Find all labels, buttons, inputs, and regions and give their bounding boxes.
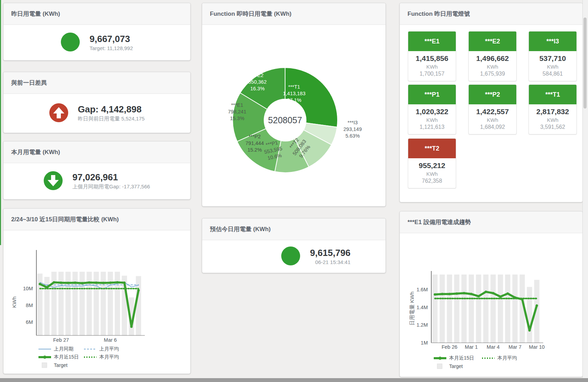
series-point	[470, 293, 473, 295]
panel-header: 預估今日用電量 (KWh)	[202, 218, 385, 240]
panel-title: 2/24~3/10 近15日同期用電量比較 (KWh)	[11, 215, 119, 223]
page-edge-strip	[0, 0, 1, 245]
series-point	[528, 329, 531, 332]
target-bar	[527, 287, 532, 343]
tile-status-header: ***I3	[529, 32, 576, 51]
light-tiles: ***E11,415,856KWh1,700,157***E21,496,662…	[400, 25, 582, 202]
panel-title: 本月用電量 (KWh)	[11, 148, 60, 156]
tile-target: 584,861	[529, 71, 576, 77]
tile-unit: KWh	[408, 64, 456, 70]
panel-day-gap: 與前一日差異 Gap: 4,142,898 昨日與前日用電量 5,524,175	[3, 72, 191, 133]
window-bottom-bar	[0, 378, 588, 382]
series-point	[109, 282, 112, 284]
x-tick-label: Mar 7	[509, 344, 522, 350]
legend-item-Target: Target	[38, 362, 68, 368]
target-bar	[108, 272, 113, 335]
series-point	[521, 298, 524, 300]
series-point	[477, 295, 480, 298]
y-tick-label: 1M	[421, 340, 428, 346]
series-point	[53, 281, 55, 284]
panel-header: Function 昨日用電燈號	[400, 3, 582, 25]
vertical-scrollbar[interactable]	[582, 0, 588, 378]
panel-header: 2/24~3/10 近15日同期用電量比較 (KWh)	[3, 209, 190, 230]
target-bar	[87, 272, 92, 335]
tile-value: 1,020,322	[408, 107, 456, 116]
series-point	[102, 282, 105, 284]
legend-item-本月近15日: 本月近15日	[38, 354, 79, 360]
stat-subtitle: Target: 11,128,992	[90, 45, 133, 51]
stat-value: Gap: 4,142,898	[78, 104, 145, 115]
target-bar	[454, 275, 459, 343]
tile-value: 1,422,557	[469, 107, 516, 116]
tile-body: 537,710KWh584,861	[529, 51, 576, 81]
tile-unit: KWh	[469, 64, 516, 70]
target-bar	[476, 275, 481, 343]
panel-title: 昨日用電量 (KWh)	[11, 10, 60, 18]
tile-target: 1,121,613	[408, 124, 456, 130]
y-tick-label: 10M	[23, 286, 33, 291]
target-bar	[440, 275, 445, 343]
series-point	[485, 291, 487, 293]
panel-title: Function 昨日用電燈號	[408, 10, 470, 18]
panel-compare-chart: 2/24~3/10 近15日同期用電量比較 (KWh) 6M8M10MFeb 2…	[3, 208, 191, 374]
target-bar	[447, 275, 452, 343]
panel-header: 本月用電量 (KWh)	[3, 141, 190, 163]
light-tile-E2: ***E21,496,662KWh1,675,939	[468, 31, 517, 81]
series-point	[137, 289, 140, 292]
tile-body: 2,817,832KWh3,591,562	[529, 104, 576, 134]
light-tile-T1: ***T12,817,832KWh3,591,562	[529, 84, 577, 134]
panel-header: 昨日用電量 (KWh)	[3, 3, 190, 25]
y-axis-label: KWh	[11, 297, 17, 308]
stat-value: 97,026,961	[72, 172, 150, 183]
legend-item-Target: Target	[433, 363, 463, 369]
target-bar	[65, 272, 71, 335]
x-tick-label: Mar 1	[465, 344, 478, 350]
tile-body: 955,212KWh762,358	[408, 158, 456, 188]
series-point	[60, 282, 62, 284]
series-point	[46, 286, 48, 289]
target-bar	[483, 275, 489, 343]
stat-timestamp: 06-21 15:34:41	[310, 259, 350, 265]
series-point	[455, 292, 458, 295]
light-tile-P2: ***P21,422,557KWh1,684,092	[468, 84, 517, 134]
stat-value: 9,667,073	[90, 34, 133, 44]
y-tick-label: 6M	[26, 319, 33, 325]
y-tick-label: 1.4M	[417, 305, 428, 310]
series-point	[514, 296, 516, 299]
target-bar	[512, 275, 518, 343]
tile-unit: KWh	[529, 117, 576, 123]
panel-estimate-today: 預估今日用電量 (KWh) 9,615,796 06-21 15:34:41	[202, 218, 386, 273]
series-point	[130, 325, 133, 328]
tile-status-header: ***E2	[469, 32, 516, 51]
scrollbar-thumb[interactable]	[583, 18, 587, 109]
series-point	[499, 296, 502, 298]
target-bar	[94, 272, 99, 335]
tile-status-header: ***P2	[469, 85, 516, 104]
tile-unit: KWh	[408, 117, 456, 123]
series-point	[88, 282, 91, 284]
series-point	[492, 292, 494, 294]
y-tick-label: 1.6M	[417, 287, 428, 292]
tile-value: 1,415,856	[408, 54, 456, 63]
legend-item-上月同期: 上月同期	[38, 346, 73, 352]
legend-item-本月平均: 本月平均	[481, 355, 517, 361]
tile-unit: KWh	[529, 64, 576, 70]
x-tick-label: Mar 10	[529, 344, 545, 350]
series-point	[67, 282, 69, 284]
target-bar	[490, 275, 496, 343]
light-tile-E1: ***E11,415,856KWh1,700,157	[408, 31, 456, 81]
panel-header: ***E1 設備用電達成趨勢	[400, 211, 582, 233]
x-tick-label: Mar 4	[487, 344, 500, 350]
target-bar	[72, 272, 78, 335]
tile-target: 1,684,092	[469, 124, 516, 130]
arrow-up-circle-icon	[49, 103, 68, 124]
stat-subtitle: 昨日與前日用電量 5,524,175	[78, 116, 145, 122]
panel-header: 與前一日差異	[3, 72, 190, 94]
y-tick-label: 8M	[26, 303, 33, 308]
panel-yesterday-usage: 昨日用電量 (KWh) 9,667,073 Target: 11,128,992	[3, 3, 191, 61]
legend-item-上月平均: 上月平均	[83, 346, 119, 352]
stat-subtitle: 上個月同期用電Gap: -17,377,566	[72, 183, 150, 190]
tile-status-header: ***T1	[529, 85, 576, 104]
target-bar	[79, 272, 85, 335]
panel-status-lights: Function 昨日用電燈號 ***E11,415,856KWh1,700,1…	[399, 3, 583, 202]
